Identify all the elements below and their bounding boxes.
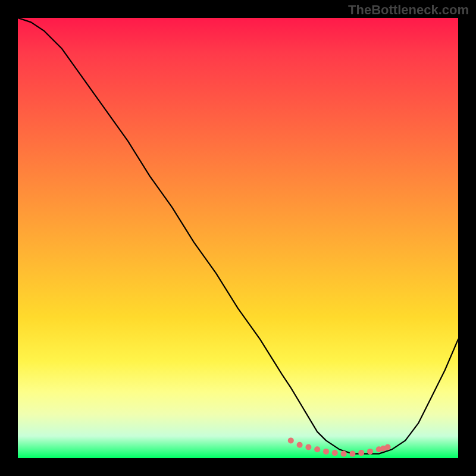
plot-area [18, 18, 458, 458]
optimal-marker [323, 449, 329, 455]
watermark-text: TheBottleneck.com [348, 2, 469, 18]
optimal-marker [367, 449, 373, 455]
optimal-marker [332, 450, 338, 456]
optimal-marker [385, 444, 391, 450]
optimal-marker [305, 444, 311, 450]
optimal-marker [358, 450, 364, 456]
chart-svg [18, 18, 458, 458]
optimal-marker [349, 451, 355, 457]
bottleneck-curve [18, 18, 458, 454]
optimal-marker [341, 451, 347, 457]
optimal-marker [314, 446, 320, 452]
optimal-marker [288, 437, 294, 443]
optimal-marker [297, 442, 303, 448]
